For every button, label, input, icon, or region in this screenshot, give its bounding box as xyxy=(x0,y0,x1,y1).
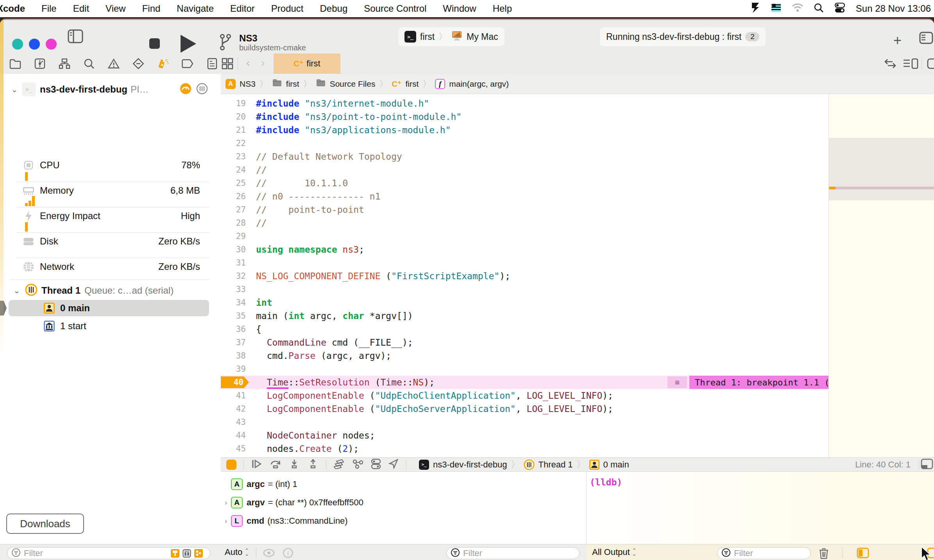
console-filter-input[interactable]: Filter xyxy=(717,547,811,559)
scheme-name[interactable]: NS3 xyxy=(239,33,258,44)
metric-row-disk[interactable]: DiskZero KB/s xyxy=(0,233,221,250)
code-line-36[interactable]: 36{ xyxy=(221,323,828,336)
variables-scope-popup[interactable]: Auto ⌃⌄ xyxy=(225,547,249,557)
code-line-40[interactable]: 40 Time::SetResolution (Time::NS);≡Threa… xyxy=(221,376,828,389)
view-debugger-icon[interactable] xyxy=(333,459,345,471)
code-line-32[interactable]: 32NS_LOG_COMPONENT_DEFINE ("FirstScriptE… xyxy=(221,269,828,283)
run-button[interactable] xyxy=(181,35,196,53)
breakpoint-flag[interactable]: Thread 1: breakpoint 1.1 (1) xyxy=(689,376,828,389)
variables-filter-input[interactable]: Filter xyxy=(446,547,580,559)
menu-help[interactable]: Help xyxy=(485,3,520,14)
test-icon[interactable] xyxy=(132,58,144,70)
memory-graph-icon[interactable] xyxy=(352,459,364,471)
downloads-button[interactable]: Downloads xyxy=(6,514,84,534)
tab-overview-icon[interactable] xyxy=(222,58,233,71)
variable-row-cmd[interactable]: ›Lcmd(ns3::CommandLine) xyxy=(221,513,348,529)
code-line-23[interactable]: 23// Default Network Topology xyxy=(221,150,828,163)
disclosure-chevron-icon[interactable]: › xyxy=(221,499,231,507)
step-out-icon[interactable] xyxy=(307,459,319,471)
close-button[interactable] xyxy=(12,39,23,50)
menu-product[interactable]: Product xyxy=(263,3,312,14)
breadcrumb-file[interactable]: first xyxy=(405,79,419,89)
menu-xcode[interactable]: Xcode xyxy=(0,3,33,14)
project-icon[interactable] xyxy=(9,58,21,70)
code-line-33[interactable]: 33 xyxy=(221,283,828,296)
code-line-22[interactable]: 22 xyxy=(221,137,828,150)
breakpoints-toggle-icon[interactable] xyxy=(226,460,236,470)
breadcrumb-project[interactable]: NS3 xyxy=(240,79,256,89)
debug-area-layout-icon[interactable] xyxy=(921,458,933,471)
app-logo-icon[interactable] xyxy=(750,2,760,15)
thread-row[interactable]: ⌄ Thread 1 Queue: c…ad (serial) xyxy=(0,282,221,299)
menu-source-control[interactable]: Source Control xyxy=(356,3,435,14)
minimap[interactable] xyxy=(828,94,934,457)
quicklook-eye-icon[interactable] xyxy=(263,548,275,560)
debug-crumb-label[interactable]: 0 main xyxy=(603,460,629,470)
simulate-location-icon[interactable] xyxy=(388,458,399,471)
forward-chevron-icon[interactable]: › xyxy=(261,57,265,69)
code-line-24[interactable]: 24// xyxy=(221,163,828,177)
issue-icon[interactable] xyxy=(108,58,120,70)
debug-crumb-label[interactable]: ns3-dev-first-debug xyxy=(433,460,507,470)
process-row[interactable]: ⌄ >_ ns3-dev-first-debug PI… xyxy=(0,81,221,98)
menu-file[interactable]: File xyxy=(33,3,65,14)
scheme-selector[interactable]: >_ first 〉 My Mac xyxy=(398,27,505,46)
blocks-filter-icon[interactable] xyxy=(194,549,203,558)
code-line-45[interactable]: 45 nodes.Create (2); xyxy=(221,442,828,455)
control-center-icon[interactable] xyxy=(834,2,846,15)
menu-debug[interactable]: Debug xyxy=(312,3,356,14)
menu-edit[interactable]: Edit xyxy=(65,3,97,14)
debug-icon[interactable] xyxy=(157,58,169,70)
menu-view[interactable]: View xyxy=(97,3,134,14)
code-line-34[interactable]: 34int xyxy=(221,296,828,309)
code-line-19[interactable]: 19#include "ns3/internet-module.h" xyxy=(221,97,828,110)
variable-row-argv[interactable]: ›Aargv= (char **) 0x7ffeefbff500 xyxy=(221,495,363,510)
code-line-26[interactable]: 26// n0 -------------- n1 xyxy=(221,190,828,203)
breakpoint-icon[interactable] xyxy=(182,58,193,70)
output-scope-popup[interactable]: All Output ⌃⌄ xyxy=(592,547,637,557)
code-line-29[interactable]: 29 xyxy=(221,230,828,243)
minimap-viewport[interactable] xyxy=(829,138,934,200)
adjust-editor-icon[interactable] xyxy=(903,58,918,71)
code-line-41[interactable]: 41 LogComponentEnable ("UdpEchoClientApp… xyxy=(221,389,828,402)
flag-filter-icon[interactable] xyxy=(171,549,179,558)
code-review-icon[interactable] xyxy=(884,59,896,70)
zoom-button[interactable] xyxy=(46,39,57,50)
breakpoint-marker[interactable]: 40 xyxy=(221,376,249,388)
back-chevron-icon[interactable]: ‹ xyxy=(246,57,250,69)
menu-editor[interactable]: Editor xyxy=(222,3,263,14)
code-line-30[interactable]: 30using namespace ns3; xyxy=(221,243,828,256)
code-line-25[interactable]: 25// 10.1.1.0 xyxy=(221,177,828,190)
scheme-subtitle[interactable]: buildsystem-cmake xyxy=(239,43,306,52)
disclosure-chevron-icon[interactable]: ⌄ xyxy=(12,286,22,295)
code-line-28[interactable]: 28// xyxy=(221,216,828,230)
code-line-43[interactable]: 43 xyxy=(221,416,828,429)
code-line-44[interactable]: 44 NodeContainer nodes; xyxy=(221,429,828,442)
spotlight-icon[interactable] xyxy=(814,3,824,14)
code-line-20[interactable]: 20#include "ns3/point-to-point-module.h" xyxy=(221,110,828,123)
metric-row-energy-impact[interactable]: Energy ImpactHigh xyxy=(0,207,221,225)
code-line-21[interactable]: 21#include "ns3/applications-module.h" xyxy=(221,123,828,137)
view-mode-icon[interactable] xyxy=(196,83,208,96)
code-line-42[interactable]: 42 LogComponentEnable ("UdpEchoServerApp… xyxy=(221,402,828,416)
add-editor-icon[interactable] xyxy=(927,58,934,71)
navigator-filter-input[interactable]: Filter xyxy=(7,547,210,559)
report-icon[interactable] xyxy=(206,58,218,70)
code-line-37[interactable]: 37 CommandLine cmd (__FILE__); xyxy=(221,336,828,349)
info-icon[interactable]: i xyxy=(283,548,293,560)
run-destination[interactable]: My Mac xyxy=(467,32,498,42)
trash-icon[interactable] xyxy=(819,548,829,560)
add-tab-button[interactable]: + xyxy=(893,32,902,49)
menu-navigate[interactable]: Navigate xyxy=(168,3,222,14)
code-line-35[interactable]: 35main (int argc, char *argv[]) xyxy=(221,309,828,323)
disclosure-chevron-icon[interactable]: › xyxy=(221,517,231,525)
step-over-icon[interactable] xyxy=(270,459,281,471)
environment-overrides-icon[interactable] xyxy=(371,458,381,471)
minimize-button[interactable] xyxy=(29,39,40,50)
activity-view[interactable]: Running ns3-dev-first-debug : first 2 xyxy=(600,27,766,46)
stack-filter-icon[interactable] xyxy=(183,549,191,558)
debug-crumb-label[interactable]: Thread 1 xyxy=(539,460,573,470)
variable-row-argc[interactable]: Aargc= (int) 1 xyxy=(221,476,297,492)
metric-row-network[interactable]: NetworkZero KB/s xyxy=(0,258,221,275)
stop-button[interactable] xyxy=(149,38,160,49)
